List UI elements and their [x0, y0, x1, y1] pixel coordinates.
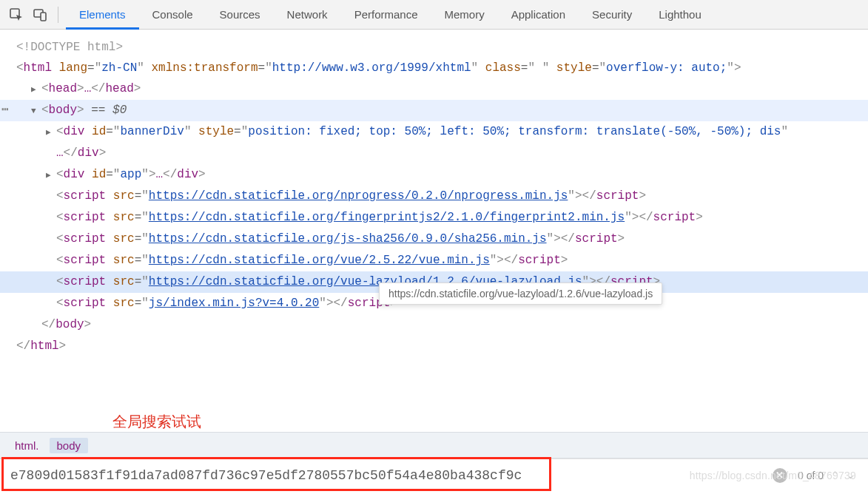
search-prev-icon[interactable]: ⌃	[831, 470, 839, 481]
dom-body-close[interactable]: ▶</body>	[0, 314, 868, 336]
tab-performance[interactable]: Performance	[341, 0, 431, 30]
dom-banner-close[interactable]: ▶…</div>	[0, 143, 868, 164]
gutter-ellipsis-icon[interactable]: ⋯	[0, 100, 15, 121]
dom-html-close[interactable]: </html>	[0, 336, 868, 356]
search-next-icon[interactable]: ⌄	[847, 470, 855, 481]
annotation-label: 全局搜索试试	[112, 412, 201, 432]
dom-app-div[interactable]: ▶<div id="app">…</div>	[0, 164, 868, 186]
tab-sources[interactable]: Sources	[206, 0, 274, 30]
dom-script[interactable]: ▶<script src="https://cdn.staticfile.org…	[0, 229, 868, 250]
dom-html-open[interactable]: <html lang="zh-CN" xmlns:transform="http…	[0, 58, 868, 78]
devtools-tabbar: ElementsConsoleSourcesNetworkPerformance…	[0, 0, 868, 30]
tab-network[interactable]: Network	[274, 0, 341, 30]
tab-security[interactable]: Security	[579, 0, 645, 30]
tab-console[interactable]: Console	[139, 0, 206, 30]
dom-doctype[interactable]: <!DOCTYPE html>	[0, 37, 868, 58]
link-tooltip: https://cdn.staticfile.org/vue-lazyload/…	[379, 282, 662, 305]
tab-elements[interactable]: Elements	[66, 0, 139, 30]
elements-dom-tree[interactable]: <!DOCTYPE html> <html lang="zh-CN" xmlns…	[0, 30, 868, 356]
dom-script[interactable]: ▶<script src="https://cdn.staticfile.org…	[0, 186, 868, 207]
tabbar-divider	[58, 7, 58, 23]
dom-script[interactable]: ▶<script src="https://cdn.staticfile.org…	[0, 250, 868, 271]
breadcrumb-item[interactable]: body	[50, 438, 89, 453]
dom-head[interactable]: ▶<head>…</head>	[0, 78, 868, 100]
expand-arrow-icon[interactable]: ▶	[31, 79, 40, 100]
breadcrumb: html.body	[0, 432, 868, 459]
expand-arrow-icon[interactable]: ▶	[46, 122, 55, 143]
tab-lighthou[interactable]: Lighthou	[645, 0, 715, 30]
device-toggle-icon[interactable]	[30, 4, 50, 25]
breadcrumb-item[interactable]: html.	[7, 438, 47, 453]
dom-banner-div[interactable]: ▶<div id="bannerDiv" style="position: fi…	[0, 121, 868, 143]
dom-body-open[interactable]: ⋯ ▼<body> == $0	[0, 100, 868, 121]
tab-application[interactable]: Application	[498, 0, 579, 30]
search-count: 0 of 0	[798, 470, 824, 481]
svg-rect-2	[41, 13, 46, 21]
dom-script[interactable]: ▶<script src="https://cdn.staticfile.org…	[0, 207, 868, 229]
search-input[interactable]	[0, 463, 773, 488]
collapse-arrow-icon[interactable]: ▼	[31, 101, 40, 121]
clear-search-icon[interactable]: ✕	[773, 468, 787, 483]
search-bar: ✕ 0 of 0 ⌃ ⌄	[0, 459, 868, 491]
tab-memory[interactable]: Memory	[431, 0, 498, 30]
inspect-icon[interactable]	[6, 4, 27, 25]
expand-arrow-icon[interactable]: ▶	[46, 165, 55, 186]
